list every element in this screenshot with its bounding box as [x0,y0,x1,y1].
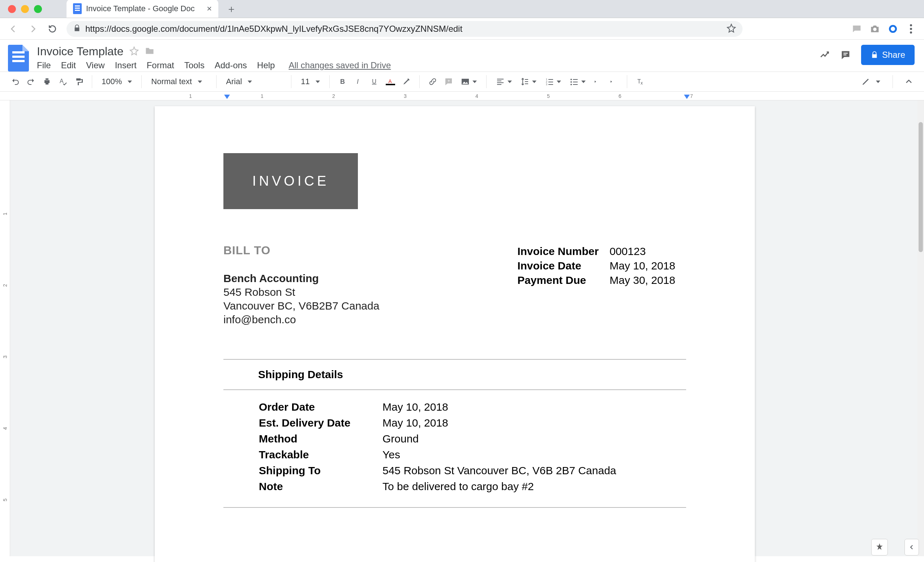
save-status[interactable]: All changes saved in Drive [288,60,391,70]
caret-down-icon [472,81,477,83]
invoice-meta-block: Invoice Number000123 Invoice DateMay 10,… [517,244,686,326]
back-button[interactable] [8,24,19,34]
svg-text:1: 1 [546,78,548,81]
svg-rect-2 [843,55,846,55]
caret-down-icon [198,81,202,83]
bill-to-label: BILL TO [224,244,379,257]
browser-tab[interactable]: Invoice Template - Google Doc × [66,0,218,18]
menu-file[interactable]: File [37,60,51,70]
menu-tools[interactable]: Tools [184,60,205,70]
svg-text:B: B [340,78,345,85]
menu-view[interactable]: View [86,60,105,70]
docs-logo-icon[interactable] [8,45,29,72]
svg-text:+: + [447,78,450,84]
caret-down-icon [316,81,320,83]
insert-comment-icon[interactable]: + [442,75,455,88]
forward-button[interactable] [27,24,38,34]
paint-format-icon[interactable] [72,75,86,88]
side-panel-toggle[interactable] [904,539,919,556]
print-icon[interactable] [40,75,54,88]
menu-format[interactable]: Format [147,60,174,70]
menu-insert[interactable]: Insert [115,60,136,70]
extension-chat-icon[interactable] [852,24,862,34]
indent-icon[interactable] [608,75,620,88]
caret-down-icon [557,81,561,83]
font-select[interactable]: Arial [223,77,285,86]
address-bar[interactable]: https://docs.google.com/document/d/1lnAe… [66,21,742,37]
share-button[interactable]: Share [861,45,915,65]
clear-formatting-icon[interactable]: Tx [634,75,647,88]
line-spacing-icon[interactable] [518,77,539,86]
svg-text:3: 3 [546,83,548,85]
window-close-icon[interactable] [8,5,16,13]
browser-extension-icons [852,24,916,34]
text-color-icon[interactable]: A [384,75,397,88]
font-size-select[interactable]: 11 [298,77,322,86]
bill-to-block: BILL TO Bench Accounting 545 Robson St V… [224,244,379,326]
horizontal-ruler[interactable]: 1 1 2 3 4 5 6 7 [0,92,924,100]
caret-down-icon [581,81,586,83]
bulleted-list-icon[interactable] [567,77,588,86]
collapse-toolbar-icon[interactable] [902,75,915,88]
formatting-toolbar: A 100% Normal text Arial 11 B I U A + 12… [0,72,924,92]
lock-icon [73,24,81,34]
svg-text:A: A [60,78,64,84]
scrollbar-thumb[interactable] [919,122,923,252]
left-indent-marker-icon[interactable] [224,95,230,99]
browser-menu-icon[interactable] [906,24,916,34]
menu-edit[interactable]: Edit [61,60,76,70]
move-folder-icon[interactable] [145,46,155,57]
svg-text:x: x [640,81,643,85]
extension-camera-icon[interactable] [870,24,880,34]
spellcheck-icon[interactable]: A [56,75,69,88]
bill-company: Bench Accounting [224,272,379,285]
menu-bar: File Edit View Insert Format Tools Add-o… [37,60,391,70]
paragraph-style-select[interactable]: Normal text [148,77,210,86]
explore-button[interactable] [871,539,888,556]
svg-rect-1 [843,53,848,54]
zoom-select[interactable]: 100% [99,77,135,86]
invoice-badge: INVOICE [224,153,358,209]
svg-point-0 [873,27,876,31]
italic-icon[interactable]: I [352,75,365,88]
bold-icon[interactable]: B [336,75,349,88]
caret-down-icon [532,81,537,83]
window-controls [0,0,48,18]
activity-icon[interactable] [819,49,830,60]
star-document-icon[interactable] [129,46,139,57]
menu-addons[interactable]: Add-ons [215,60,247,70]
highlight-color-icon[interactable] [400,75,413,88]
editing-mode-icon[interactable] [859,77,883,86]
bookmark-star-icon[interactable] [727,24,736,34]
tab-close-icon[interactable]: × [207,4,212,14]
insert-image-icon[interactable] [458,77,480,86]
numbered-list-icon[interactable]: 123 [542,77,564,86]
window-minimize-icon[interactable] [21,5,29,13]
svg-point-13 [570,79,572,80]
outdent-icon[interactable] [591,75,604,88]
menu-help[interactable]: Help [257,60,275,70]
insert-link-icon[interactable] [426,75,439,88]
share-label: Share [882,50,905,60]
svg-text:2: 2 [546,81,548,83]
caret-down-icon [507,81,512,83]
document-page[interactable]: INVOICE BILL TO Bench Accounting 545 Rob… [155,106,755,562]
vertical-ruler[interactable]: 1 2 3 4 5 [0,100,10,556]
comments-icon[interactable] [840,49,851,60]
svg-point-15 [570,84,572,85]
vertical-scrollbar[interactable] [918,100,924,556]
url-text: https://docs.google.com/document/d/1lnAe… [86,24,462,34]
redo-icon[interactable] [25,75,38,88]
bill-email: info@bench.co [224,314,379,326]
new-tab-button[interactable]: ＋ [224,2,238,16]
right-indent-marker-icon[interactable] [684,95,690,99]
window-maximize-icon[interactable] [34,5,42,13]
underline-icon[interactable]: U [368,75,381,88]
document-title[interactable]: Invoice Template [37,45,124,58]
svg-point-14 [570,81,572,83]
align-icon[interactable] [493,77,515,86]
extension-circle-icon[interactable] [888,24,898,34]
bill-addr1: 545 Robson St [224,286,379,298]
reload-button[interactable] [47,24,58,34]
undo-icon[interactable] [9,75,22,88]
